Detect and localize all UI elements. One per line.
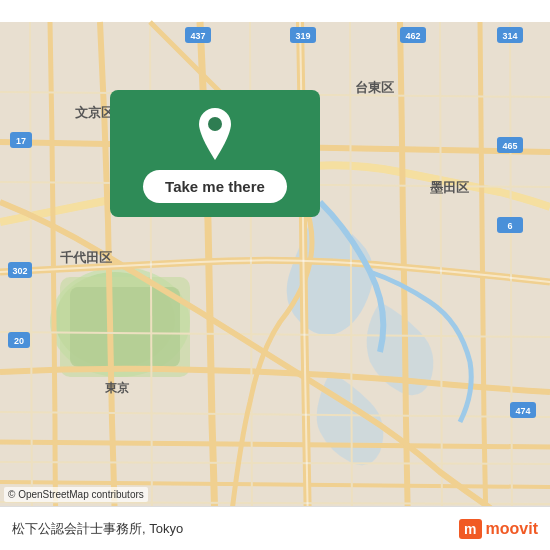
location-pin-icon	[193, 108, 237, 160]
moovit-logo-letter: m	[459, 519, 481, 539]
svg-text:302: 302	[12, 266, 27, 276]
map-attribution: © OpenStreetMap contributors	[4, 487, 148, 502]
bottom-bar: 松下公認会計士事務所, Tokyo m moovit	[0, 506, 550, 550]
svg-text:465: 465	[502, 141, 517, 151]
svg-text:東京: 東京	[105, 381, 130, 395]
svg-text:437: 437	[190, 31, 205, 41]
svg-text:17: 17	[16, 136, 26, 146]
moovit-logo: m moovit	[459, 519, 538, 539]
svg-point-30	[208, 117, 222, 131]
svg-text:20: 20	[14, 336, 24, 346]
map-background: 17 302 20 437 319 462 314 465 6 474 文京区 …	[0, 0, 550, 550]
moovit-logo-text: moovit	[486, 520, 538, 538]
svg-text:314: 314	[502, 31, 517, 41]
svg-text:474: 474	[515, 406, 530, 416]
svg-text:319: 319	[295, 31, 310, 41]
location-label: 松下公認会計士事務所, Tokyo	[12, 520, 183, 538]
svg-text:462: 462	[405, 31, 420, 41]
svg-text:墨田区: 墨田区	[430, 180, 469, 195]
take-me-there-button[interactable]: Take me there	[143, 170, 287, 203]
svg-text:6: 6	[507, 221, 512, 231]
take-me-there-overlay[interactable]: Take me there	[110, 90, 320, 217]
svg-rect-4	[70, 287, 180, 367]
svg-text:台東区: 台東区	[355, 80, 394, 95]
svg-text:千代田区: 千代田区	[60, 250, 112, 265]
svg-text:文京区: 文京区	[75, 105, 114, 120]
map-container: 17 302 20 437 319 462 314 465 6 474 文京区 …	[0, 0, 550, 550]
